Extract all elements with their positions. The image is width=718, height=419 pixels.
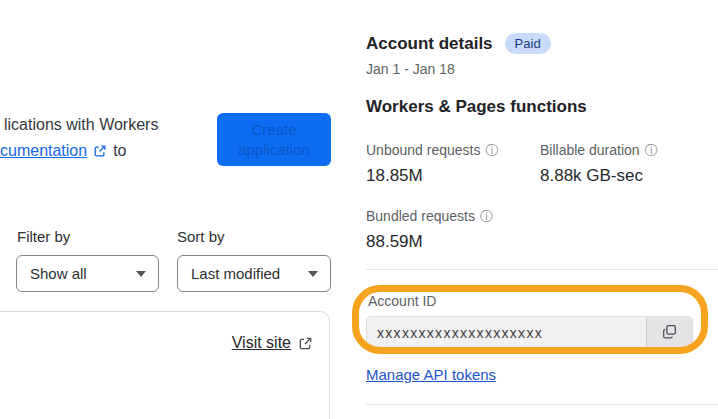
metric-value-billable-duration: 8.88k GB-sec [540,166,643,186]
divider [366,269,718,270]
intro-text-line2: cumentation to [0,142,127,160]
visit-site-link[interactable]: Visit site [232,334,291,352]
info-icon[interactable]: ⓘ [480,210,493,223]
info-icon[interactable]: ⓘ [645,144,658,157]
intro-text-line1: lications with Workers [4,116,158,134]
filter-by-label: Filter by [17,228,70,245]
filter-select[interactable]: Show all [16,255,159,292]
sort-select[interactable]: Last modified [177,255,331,292]
account-id-input[interactable] [367,317,646,348]
site-card: Visit site [0,311,330,419]
sort-select-value: Last modified [191,265,280,282]
paid-plan-badge: Paid [505,33,551,54]
chevron-down-icon [308,271,318,277]
visit-site-row: Visit site [232,334,313,352]
billing-date-range: Jan 1 - Jan 18 [366,61,455,77]
external-link-icon [93,144,107,158]
manage-api-tokens-link[interactable]: Manage API tokens [366,366,496,383]
account-id-field-group [366,316,693,349]
copy-button[interactable] [646,317,692,348]
workers-pages-dashboard: lications with Workers cumentation to Cr… [0,0,718,419]
info-icon[interactable]: ⓘ [485,144,498,157]
divider [366,404,718,405]
metric-label-billable-duration: Billable duration ⓘ [540,142,658,158]
create-application-button[interactable]: Create application [217,113,331,166]
metric-value-unbound-requests: 18.85M [366,166,423,186]
account-id-label: Account ID [368,293,436,309]
account-details-title: Account details [366,34,493,54]
documentation-link[interactable]: cumentation [0,142,87,160]
intro-text-suffix: to [113,142,126,160]
external-link-icon [298,336,313,351]
copy-icon [662,324,677,342]
chevron-down-icon [136,271,146,277]
metric-value-bundled-requests: 88.59M [366,232,423,252]
metric-label-unbound-requests: Unbound requests ⓘ [366,142,498,158]
account-details-header: Account details Paid [366,33,551,54]
filter-select-value: Show all [30,265,87,282]
sort-by-label: Sort by [177,228,225,245]
functions-section-title: Workers & Pages functions [366,97,587,117]
metric-label-bundled-requests: Bundled requests ⓘ [366,208,493,224]
